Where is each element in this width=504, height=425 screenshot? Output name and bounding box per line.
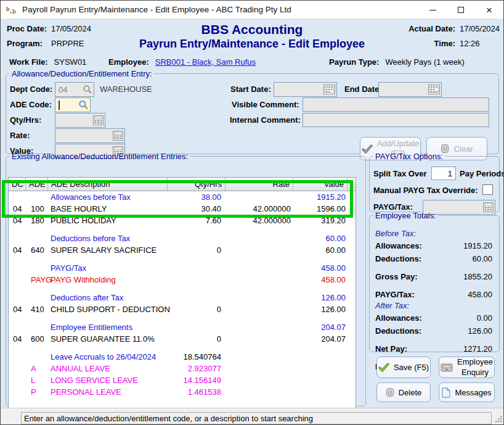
table-row[interactable]: Employee Entitlements204.07 <box>9 321 356 333</box>
cell-qty: 0 <box>168 334 226 344</box>
close-button[interactable]: × <box>475 1 503 19</box>
cell-value: 319.20 <box>293 216 348 225</box>
employee-label: Employee: <box>108 57 149 67</box>
table-row[interactable]: PPERSONAL LEAVE1.461538 <box>9 386 356 398</box>
column-header-description[interactable]: ADE Description <box>48 178 168 191</box>
cell-desc: PAYG/Tax <box>48 263 168 273</box>
cell-desc: PAYG Withholding <box>48 275 168 284</box>
calculator-icon[interactable] <box>113 131 123 141</box>
table-row[interactable]: 04180PUBLIC HOLIDAY7.6042.000000319.20 <box>9 215 356 226</box>
column-header-dc[interactable]: DC <box>9 178 26 191</box>
split-tax-input[interactable]: 1 <box>431 167 456 180</box>
cell-ade: 410 <box>26 305 48 314</box>
after-tax-heading: After Tax: <box>375 301 492 312</box>
calendar-icon[interactable] <box>428 85 440 95</box>
messages-button[interactable]: Messages <box>439 382 495 402</box>
employee-enquiry-button[interactable]: EmployeeEnquiry <box>439 357 495 378</box>
label: Gross Pay: <box>375 272 418 281</box>
table-row[interactable]: 04100BASE HOURLY30.4042.0000001596.00 <box>9 203 356 215</box>
column-header-filler <box>348 178 356 191</box>
employee-link[interactable]: SRB001 - Black, Sam Rufus <box>155 57 256 67</box>
visible-comment-input[interactable] <box>303 97 489 112</box>
cell-qty: 30.40 <box>168 204 226 213</box>
column-header-rate[interactable]: Rate <box>226 178 293 191</box>
qty-hrs-input[interactable] <box>55 113 105 128</box>
total-row-allowances-before: Allowances: 1915.20 <box>375 239 492 252</box>
cell-desc: CHILD SUPPORT - DEDUCTION <box>48 305 168 314</box>
save-button[interactable]: Save (F5) <box>376 357 431 378</box>
internal-comment-input[interactable] <box>303 113 489 127</box>
add-update-label: Add/Update <box>377 139 420 148</box>
table-spacer-row <box>9 226 356 233</box>
payg-options-section: PAYG/Tax Options: Split Tax Over 1 Pay P… <box>369 152 500 212</box>
eraser-icon <box>386 387 394 397</box>
work-file: Work File: SYSW01 <box>9 57 86 67</box>
table-row[interactable]: 04600SUPER GUARANTEE 11.0%0204.07 <box>9 333 356 345</box>
messages-label: Messages <box>455 388 491 397</box>
app-window: b s b Payroll Payrun Entry/Maintenance -… <box>0 0 504 425</box>
entries-section: Existing Allowance/Deduction/Entitlement… <box>6 152 366 406</box>
table-row[interactable]: 04410CHILD SUPPORT - DEDUCTION0126.00 <box>9 303 356 315</box>
label: PAYG/Tax: <box>375 290 415 299</box>
rate-input[interactable] <box>55 128 125 143</box>
maximize-button[interactable] <box>447 1 475 19</box>
pay-periods-label: Pay Periods <box>460 169 504 178</box>
cell-ade: PAYG <box>26 275 48 284</box>
table-row[interactable]: LLONG SERVICE LEAVE14.156149 <box>9 374 356 386</box>
cell-desc: Employee Entitlements <box>48 323 168 332</box>
cell-desc: Deductions before Tax <box>48 234 168 243</box>
manual-override-checkbox[interactable] <box>482 184 493 195</box>
search-icon[interactable] <box>78 100 89 110</box>
search-icon[interactable] <box>83 85 92 94</box>
table-row[interactable]: Leave Accruals to 26/04/202418.540764 <box>9 351 356 363</box>
cell-qty: 18.540764 <box>168 352 226 361</box>
cell-qty: 7.60 <box>168 216 226 225</box>
value: 0.00 <box>477 313 492 323</box>
start-date-label: Start Date: <box>230 85 271 94</box>
cell-ade: P <box>26 387 48 397</box>
cell-desc: BASE HOURLY <box>48 204 168 213</box>
total-row-net-pay: Net Pay: 1271.20 <box>375 342 492 355</box>
table-row[interactable]: 04640SUPER SALARY SACRIFICE060.00 <box>9 244 356 256</box>
employee-enquiry-label: Employee <box>457 357 493 366</box>
total-row-allowances-after: Allowances: 0.00 <box>375 312 492 324</box>
minimize-button[interactable] <box>418 1 447 19</box>
check-icon <box>378 363 389 372</box>
table-row[interactable]: AANNUAL LEAVE2.923077 <box>9 363 356 374</box>
table-row[interactable]: PAYGPAYG Withholding458.00 <box>9 274 356 286</box>
table-row[interactable]: PAYG/Tax458.00 <box>9 262 356 274</box>
actual-date-value: 17/05/2024 <box>460 24 500 33</box>
cell-qty: 14.156149 <box>168 376 226 385</box>
resize-grip[interactable] <box>495 415 503 423</box>
cell-desc: Leave Accruals to 26/04/2024 <box>48 352 168 361</box>
end-date-input[interactable] <box>378 82 442 97</box>
cell-ade: 100 <box>26 204 48 213</box>
calculator-icon[interactable] <box>93 115 104 125</box>
calendar-icon[interactable] <box>323 85 335 95</box>
dept-code-field[interactable]: 04 <box>55 82 94 97</box>
ade-code-input[interactable] <box>55 97 91 112</box>
text-cursor <box>59 101 60 110</box>
cell-dc: 04 <box>9 246 26 255</box>
time: Time: 12:26 <box>408 39 480 48</box>
actual-date-label: Actual Date: <box>408 24 455 33</box>
value: 126.00 <box>468 326 492 336</box>
employee-totals-section: Employee Totals: Before Tax: Allowances:… <box>369 211 500 352</box>
dept-name: WAREHOUSE <box>100 85 152 94</box>
cell-value: 126.00 <box>293 293 348 302</box>
table-row[interactable]: Allowances before Tax38.001915.20 <box>9 191 356 203</box>
column-header-value[interactable]: Value <box>293 178 348 191</box>
delete-button[interactable]: Delete <box>376 382 431 402</box>
table-spacer-row <box>9 315 356 321</box>
label: Allowances: <box>375 313 422 323</box>
split-tax-value: 1 <box>448 169 452 178</box>
save-label: Save (F5) <box>394 363 429 372</box>
visible-comment-label: Visible Comment: <box>232 100 299 109</box>
table-row[interactable]: Deductions after Tax126.00 <box>9 292 356 303</box>
title-bar: b s b Payroll Payrun Entry/Maintenance -… <box>1 1 503 19</box>
column-header-qty[interactable]: Qty/Hrs <box>168 178 226 191</box>
column-header-ade[interactable]: ADE <box>26 178 48 191</box>
start-date-input[interactable] <box>274 82 337 97</box>
table-row[interactable]: Deductions before Tax60.00 <box>9 233 356 244</box>
value: 1915.20 <box>463 241 492 250</box>
